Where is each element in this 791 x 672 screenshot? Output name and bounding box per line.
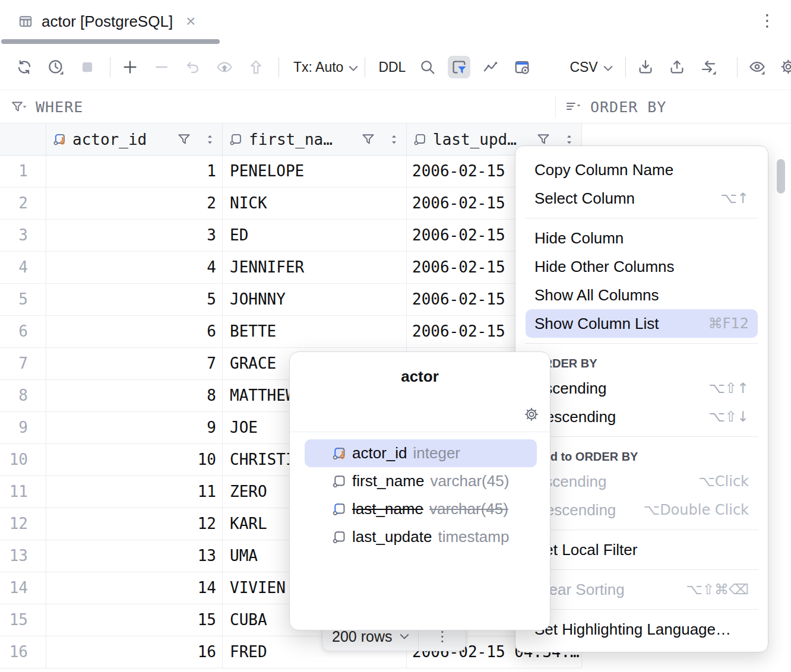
more-options-icon[interactable]: ⋮ <box>759 12 776 30</box>
menu-item-show-all-columns[interactable]: Show All Columns <box>515 281 768 309</box>
gear-icon[interactable] <box>523 405 540 423</box>
cell-actor-id[interactable]: 4 <box>46 252 223 284</box>
cell-actor-id[interactable]: 13 <box>46 540 223 572</box>
menu-item-set-local-filter[interactable]: Set Local Filter <box>515 535 768 564</box>
ddl-button[interactable]: DDL <box>378 59 406 75</box>
toolbar-divider <box>279 57 279 77</box>
menu-item-set-highlighting-language[interactable]: Set Highlighting Language… <box>515 615 768 644</box>
cell-actor-id[interactable]: 5 <box>46 284 223 316</box>
cell-actor-id[interactable]: 10 <box>46 444 223 476</box>
tab-bar: actor [PostgreSQL] × ⋮ <box>0 0 791 45</box>
export-button[interactable] <box>666 56 688 78</box>
table-row: 22NICK2006-02-15 04:34:… <box>0 188 582 220</box>
add-row-button[interactable] <box>119 56 141 78</box>
grid-vertical-scrollbar[interactable] <box>777 159 785 194</box>
menu-item-ascending[interactable]: Ascending⌥⇧↑ <box>515 374 768 402</box>
cell-actor-id[interactable]: 12 <box>46 508 223 540</box>
cell-actor-id[interactable]: 2 <box>46 188 223 220</box>
row-number[interactable]: 5 <box>0 284 46 316</box>
order-by-field[interactable]: ORDER BY <box>565 90 666 123</box>
cell-first-name[interactable]: PENELOPE <box>223 156 407 188</box>
row-number[interactable]: 7 <box>0 348 46 380</box>
row-number[interactable]: 8 <box>0 380 46 412</box>
settings-gear-button[interactable] <box>777 56 791 78</box>
cell-actor-id[interactable]: 9 <box>46 412 223 444</box>
menu-item-hide-other-columns[interactable]: Hide Other Columns <box>515 252 768 281</box>
menu-item-copy-column-name[interactable]: Copy Column Name <box>515 156 768 184</box>
cell-first-name[interactable]: NICK <box>223 188 407 220</box>
cell-actor-id[interactable]: 1 <box>46 156 223 188</box>
popup-column-type: timestamp <box>438 528 509 546</box>
table-row: 66BETTE2006-02-15 04:34:… <box>0 316 582 348</box>
row-number[interactable]: 13 <box>0 540 46 572</box>
cell-first-name[interactable]: JOHNNY <box>223 284 407 316</box>
menu-item-ascending: Ascending⌥Click <box>515 467 768 496</box>
menu-item-select-column[interactable]: Select Column⌥↑ <box>515 184 768 213</box>
search-button[interactable] <box>416 56 439 78</box>
cell-first-name[interactable]: ED <box>223 220 407 252</box>
row-number[interactable]: 1 <box>0 156 46 188</box>
popup-column-first-name[interactable]: first_namevarchar(45) <box>305 467 537 495</box>
row-number[interactable]: 3 <box>0 220 46 252</box>
row-number[interactable]: 4 <box>0 252 46 284</box>
menu-item-show-column-list[interactable]: Show Column List⌘F12 <box>526 309 758 338</box>
cell-first-name[interactable]: BETTE <box>223 316 407 348</box>
cell-actor-id[interactable]: 16 <box>46 636 223 668</box>
row-number[interactable]: 6 <box>0 316 46 348</box>
cell-actor-id[interactable]: 3 <box>46 220 223 252</box>
preview-changes-button <box>213 56 236 78</box>
row-number[interactable]: 15 <box>0 604 46 636</box>
column-sort-icon[interactable] <box>565 133 574 146</box>
column-key-icon <box>331 445 348 462</box>
refresh-button[interactable] <box>13 56 36 78</box>
row-number[interactable]: 12 <box>0 508 46 540</box>
cell-actor-id[interactable]: 15 <box>46 604 223 636</box>
menu-item-hide-column[interactable]: Hide Column <box>515 224 768 252</box>
row-number[interactable]: 14 <box>0 572 46 604</box>
column-filter-icon[interactable] <box>361 132 375 147</box>
menu-item-clear-sorting: Clear Sorting⌥⇧⌘⌫ <box>515 575 768 604</box>
compare-data-button[interactable] <box>697 56 720 78</box>
cell-actor-id[interactable]: 14 <box>46 572 223 604</box>
column-filter-icon[interactable] <box>177 132 191 147</box>
export-format-select[interactable]: CSV <box>569 59 613 75</box>
row-number-header[interactable] <box>0 123 46 155</box>
tx-mode-select[interactable]: Tx: Auto <box>293 59 359 75</box>
import-button[interactable] <box>634 56 657 78</box>
column-header-first-name[interactable]: first_na… <box>223 123 407 155</box>
column-icon <box>229 132 244 147</box>
column-icon <box>331 473 348 490</box>
column-sort-icon[interactable] <box>205 133 214 146</box>
popup-column-actor-id[interactable]: actor_idinteger <box>305 439 537 467</box>
row-number[interactable]: 11 <box>0 476 46 508</box>
menu-item-label: Set Highlighting Language… <box>534 620 731 639</box>
column-sort-icon[interactable] <box>390 133 398 146</box>
column-header-actor-id[interactable]: actor_id <box>46 123 223 155</box>
row-number[interactable]: 16 <box>0 636 46 668</box>
where-filter-field[interactable]: WHERE <box>11 90 83 123</box>
cell-actor-id[interactable]: 8 <box>46 380 223 412</box>
grid-header-row: actor_id first_na… last_upd… <box>0 123 582 156</box>
popup-column-list: actor_idintegerfirst_namevarchar(45)last… <box>305 439 537 551</box>
table-view-options-button[interactable] <box>511 56 533 78</box>
cell-actor-id[interactable]: 6 <box>46 316 223 348</box>
column-filter-icon[interactable] <box>536 132 550 147</box>
toolbar-divider <box>110 57 110 77</box>
popup-column-last-name[interactable]: last_namevarchar(45) <box>305 495 537 523</box>
table-row: 44JENNIFER2006-02-15 04:34:… <box>0 252 582 284</box>
filter-data-button[interactable] <box>448 56 470 78</box>
view-options-button[interactable] <box>746 56 768 78</box>
row-number[interactable]: 9 <box>0 412 46 444</box>
row-number[interactable]: 10 <box>0 444 46 476</box>
chart-button[interactable] <box>479 56 502 78</box>
popup-column-last-update[interactable]: last_updatetimestamp <box>305 523 537 551</box>
row-number[interactable]: 2 <box>0 188 46 220</box>
cell-first-name[interactable]: JENNIFER <box>223 252 407 284</box>
pager-more-icon[interactable]: ⋮ <box>419 628 466 645</box>
menu-item-descending[interactable]: Descending⌥⇧↓ <box>515 402 768 431</box>
cell-actor-id[interactable]: 7 <box>46 348 223 380</box>
cell-actor-id[interactable]: 11 <box>46 476 223 508</box>
history-button[interactable] <box>45 56 67 78</box>
tab-close-icon[interactable]: × <box>186 13 195 30</box>
tab-actor-postgresql[interactable]: actor [PostgreSQL] × <box>0 0 208 43</box>
